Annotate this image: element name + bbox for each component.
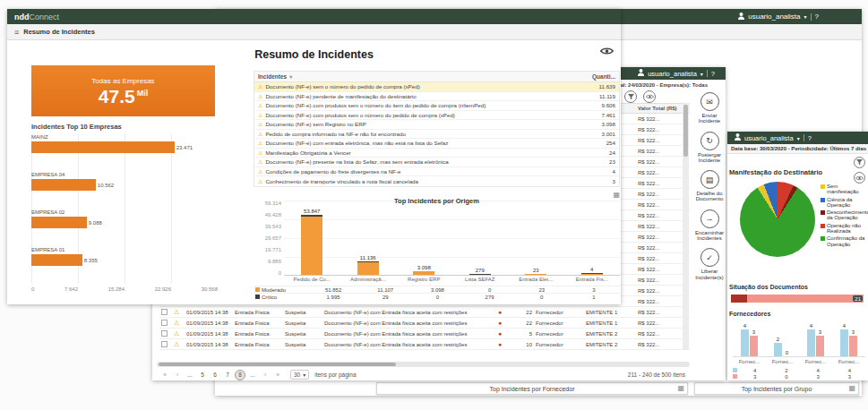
incident-row[interactable]: ⚠Conhecimento de transporte vinculado a … — [254, 176, 619, 186]
panel-top-incidentes-fornecedor[interactable]: Top Incidentes por Fornecedor ▦ — [376, 382, 688, 395]
cell-participante: EMITENTE 2 — [584, 331, 636, 337]
situacao-bar[interactable]: 21 — [731, 295, 864, 303]
horizontal-scrollbar[interactable] — [157, 362, 690, 367]
cell-qtde: 10 — [512, 342, 534, 347]
user-menu[interactable]: usuario_analista ▾ ? — [738, 13, 862, 21]
warning-icon: ⚠ — [258, 178, 262, 184]
legend-color-chip — [821, 224, 825, 228]
toolbar-action[interactable]: ↻Postergar Incidente — [693, 132, 726, 164]
legend-color-chip — [821, 236, 825, 241]
user-menu[interactable]: usuario_analista ▾ ? — [638, 69, 726, 78]
toolbar-action-label: Detalhe do Documento — [693, 191, 726, 202]
page-item[interactable]: ... — [247, 370, 258, 380]
menu-icon[interactable]: ≡ — [14, 28, 19, 37]
top10-bar[interactable] — [31, 179, 96, 191]
cell-tipo: Fornecedor — [534, 331, 584, 337]
origem-legend-table: Moderado51.85211.1073.0980233Crítico1.99… — [254, 286, 620, 300]
stacked-bar-slot: 23 — [508, 268, 564, 275]
stacked-bar[interactable] — [581, 273, 603, 275]
stacked-bar[interactable] — [413, 271, 434, 275]
page-item[interactable]: ‹ — [172, 370, 183, 380]
stacked-bar[interactable] — [469, 274, 491, 275]
fornecedor-bar[interactable]: 3 — [849, 336, 857, 356]
page-item[interactable]: 6 — [210, 370, 220, 380]
page-item[interactable]: « — [159, 370, 170, 380]
page-item[interactable]: ... — [185, 370, 195, 380]
user-icon — [738, 13, 744, 21]
incident-row[interactable]: ⚠Documento (NF-e) com produtos sem o núm… — [254, 111, 619, 121]
incident-description: Conhecimento de transporte vinculado a n… — [265, 178, 576, 184]
stacked-bar[interactable] — [525, 274, 546, 275]
column-header-valor[interactable]: Valor Total (R$) — [636, 104, 690, 113]
cell-incidente: Documento (NF-e) com Entrada física acei… — [322, 310, 496, 315]
table-row[interactable]: ⚠01/09/2015 14:38Entrada FísicaSuspeitaD… — [159, 329, 690, 339]
page-size-select[interactable]: 30 ▾ — [290, 370, 309, 380]
help-button[interactable]: ? — [711, 70, 715, 78]
situacao-badge: 21 — [853, 295, 863, 302]
grid-icon[interactable]: ▦ — [613, 191, 620, 199]
incident-row[interactable]: ⚠Documento (NF-e) sem Registro no ERP3.0… — [254, 120, 619, 130]
incident-row[interactable]: ⚠Pedido de compra informado na NF-e não … — [254, 130, 619, 140]
incident-row[interactable]: ⚠Documento (NF-e) pendente de manifestaç… — [254, 92, 619, 102]
top10-bar[interactable] — [31, 141, 175, 153]
legend-value: 0 — [464, 287, 516, 293]
table-row[interactable]: ⚠01/09/2015 14:38Entrada FísicaSuspeitaD… — [159, 318, 690, 329]
stacked-bar[interactable] — [357, 261, 379, 275]
row-checkbox[interactable] — [161, 320, 168, 326]
user-menu[interactable]: usuario_analista ▾ ? — [727, 133, 812, 142]
filter-icon[interactable] — [854, 157, 865, 168]
grid-icon[interactable]: ▦ — [677, 384, 684, 392]
vertical-scrollbar[interactable] — [683, 103, 689, 350]
eye-icon[interactable] — [854, 172, 865, 184]
row-checkbox[interactable] — [161, 309, 168, 315]
table-row[interactable]: ⚠01/09/2015 14:38Entrada FísicaSuspeitaD… — [159, 307, 690, 318]
user-icon — [638, 69, 644, 78]
panel-top-incidentes-grupo[interactable]: Top Incidentes por Grupo ▦ — [694, 382, 859, 395]
page-item[interactable]: 7 — [222, 370, 233, 380]
row-checkbox[interactable] — [161, 330, 168, 337]
incident-description: Documento (NF-e) sem Registro no ERP — [265, 121, 576, 127]
toolbar-action[interactable]: →Encaminhar Incidentes — [693, 209, 726, 242]
incident-row[interactable]: ⚠Condições de pagamento do frete diverge… — [254, 167, 619, 177]
legend-series-name: Crítico — [262, 295, 277, 300]
top10-bar-row: EMPRESA 029.088 — [31, 209, 218, 246]
legend-value: 4 — [834, 368, 865, 373]
bar-total-label: 11.136 — [360, 255, 376, 261]
manifestacao-pie-chart[interactable] — [740, 182, 815, 257]
page-item[interactable]: 5 — [197, 370, 208, 380]
page-item[interactable]: › — [260, 370, 271, 380]
stacked-bar[interactable] — [301, 215, 322, 275]
cell-tipo: Fornecedor — [534, 310, 584, 315]
incident-row[interactable]: ⚠Documento (NF-e) sem o número do pedido… — [254, 82, 619, 92]
table-row[interactable]: ⚠01/09/2015 14:38Entrada FísicaSuspeitaD… — [159, 339, 690, 350]
incident-row[interactable]: ⚠Documento (NF-e) presente na lista do S… — [254, 158, 619, 167]
incident-row[interactable]: ⚠Manifestação Obrigatória a Vencer24 — [254, 149, 619, 158]
row-checkbox[interactable] — [161, 341, 168, 347]
help-button[interactable]: ? — [815, 13, 819, 21]
top10-bar[interactable] — [31, 217, 87, 228]
top10-category-label: EMPRESA 02 — [31, 209, 218, 217]
toolbar-action[interactable]: ✉Enviar Incidente — [693, 92, 726, 124]
cell-natureza: Suspeita — [283, 331, 322, 337]
page-item[interactable]: » — [272, 370, 283, 380]
fornecedor-bar[interactable]: 3 — [816, 336, 824, 356]
kpi-card-todas-empresas[interactable]: Todas as Empresas 47.5Mil — [31, 65, 215, 116]
page-current[interactable]: 8 — [235, 370, 245, 380]
scrollbar-thumb[interactable] — [683, 105, 688, 157]
fornecedor-bar[interactable]: 3 — [750, 336, 758, 356]
legend-value: 11.107 — [359, 287, 411, 293]
toolbar-action[interactable]: ✓Liberar Incidente(s) — [693, 248, 726, 280]
incident-row[interactable]: ⚠Documento (NF-e) com entrada eletrônica… — [254, 139, 619, 149]
column-header-quantidade[interactable]: Quanti... — [576, 73, 615, 80]
column-header-incidentes[interactable]: Incidentes ▾ — [258, 73, 576, 80]
toolbar-action[interactable]: ▤Detalhe do Documento — [693, 170, 726, 202]
app-logo[interactable]: nddConnect — [7, 13, 59, 21]
x-category-label: Lista SEFAZ — [452, 277, 509, 284]
filter-icon[interactable] — [624, 90, 637, 103]
eye-icon[interactable] — [643, 90, 656, 103]
top10-bar[interactable] — [31, 254, 82, 266]
incident-row[interactable]: ⚠Documento (NF-e) com produtos sem o núm… — [254, 101, 619, 111]
scrollbar-thumb[interactable] — [159, 363, 396, 366]
grid-icon[interactable]: ▦ — [848, 384, 855, 392]
help-button[interactable]: ? — [808, 134, 812, 142]
